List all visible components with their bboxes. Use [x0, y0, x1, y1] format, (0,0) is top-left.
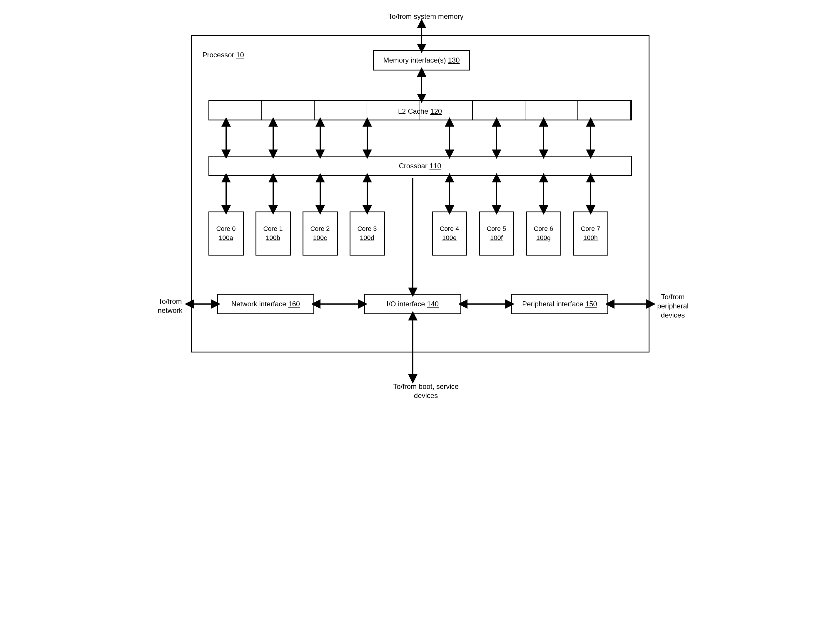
processor-title: Processor 10 — [202, 41, 244, 59]
core-1: Core 1100b — [256, 211, 291, 255]
io-if-num: 140 — [427, 300, 439, 308]
label-peripheral: To/from peripheral devices — [652, 292, 693, 320]
core-5: Core 5100f — [479, 211, 514, 255]
core-name: Core 2 — [310, 225, 330, 232]
memory-interface-block: Memory interface(s) 130 — [373, 50, 470, 71]
memory-if-label: Memory interface(s) — [383, 56, 448, 64]
processor-title-prefix: Processor — [202, 51, 236, 59]
core-num: 100d — [360, 234, 374, 241]
core-num: 100b — [266, 234, 280, 241]
core-3: Core 3100d — [350, 211, 385, 255]
label-network: To/from network — [153, 297, 188, 315]
crossbar-block: Crossbar 110 — [208, 156, 632, 176]
periph-if-num: 150 — [586, 300, 597, 308]
core-name: Core 0 — [216, 225, 235, 232]
core-6: Core 6100g — [526, 211, 561, 255]
l2-cell — [473, 101, 526, 120]
l2-cell — [526, 101, 578, 120]
core-num: 100g — [536, 234, 551, 241]
core-name: Core 6 — [534, 225, 553, 232]
core-name: Core 3 — [357, 225, 377, 232]
l2-cell — [314, 101, 367, 120]
processor-title-num: 10 — [236, 51, 244, 59]
core-name: Core 4 — [439, 225, 459, 232]
crossbar-num: 110 — [429, 162, 441, 170]
l2-cell — [367, 101, 420, 120]
core-num: 100h — [583, 234, 598, 241]
label-boot: To/from boot, service devices — [367, 382, 485, 400]
io-if-label: I/O interface — [387, 300, 427, 308]
l2-cell — [262, 101, 314, 120]
core-0: Core 0100a — [208, 211, 244, 255]
net-if-label: Network interface — [231, 300, 288, 308]
core-num: 100c — [313, 234, 327, 241]
l2-cell — [420, 101, 473, 120]
core-num: 100f — [490, 234, 503, 241]
memory-if-num: 130 — [448, 56, 460, 64]
core-4: Core 4100e — [432, 211, 467, 255]
crossbar-label: Crossbar — [399, 162, 429, 170]
core-name: Core 7 — [581, 225, 600, 232]
network-interface-block: Network interface 160 — [217, 294, 314, 314]
l2-cache-block: L2 Cache 120 — [208, 100, 632, 120]
core-name: Core 1 — [263, 225, 283, 232]
net-if-num: 160 — [288, 300, 300, 308]
io-interface-block: I/O interface 140 — [364, 294, 461, 314]
core-7: Core 7100h — [573, 211, 608, 255]
l2-cell — [578, 101, 631, 120]
periph-if-label: Peripheral interface — [522, 300, 586, 308]
core-2: Core 2100c — [303, 211, 338, 255]
label-system-memory: To/from system memory — [367, 12, 485, 21]
processor-diagram: To/from system memory To/from network To… — [161, 12, 679, 403]
core-num: 100a — [219, 234, 233, 241]
l2-cell — [209, 101, 262, 120]
core-name: Core 5 — [486, 225, 506, 232]
core-num: 100e — [442, 234, 456, 241]
peripheral-interface-block: Peripheral interface 150 — [511, 294, 608, 314]
